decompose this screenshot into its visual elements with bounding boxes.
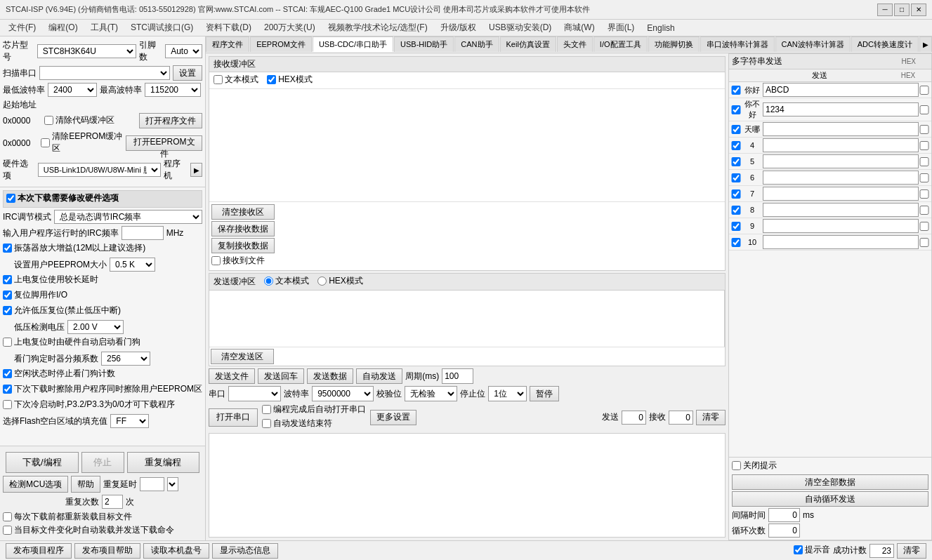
tab-usb-cdc[interactable]: USB-CDC/串口助手: [313, 36, 393, 52]
auto-load-cb-label[interactable]: 每次下载前都重新装载目标文件: [3, 511, 202, 523]
open-prog-button[interactable]: 打开程序文件: [139, 113, 202, 128]
multi-char-value-5[interactable]: [763, 171, 919, 185]
multi-char-cb-9[interactable]: [730, 238, 742, 247]
multi-char-cb-4[interactable]: [730, 157, 742, 166]
multi-char-hex-cb-4[interactable]: [919, 157, 930, 166]
multi-char-value-1[interactable]: [763, 102, 919, 116]
tab-usb-hid[interactable]: USB-HID助手: [394, 36, 454, 52]
osc-cb-label[interactable]: 振荡器放大增益(12M以上建议选择): [3, 242, 145, 254]
hex-mode-send-label[interactable]: HEX模式: [317, 275, 363, 287]
baud-rate-select[interactable]: 9500000: [312, 386, 374, 401]
close-button[interactable]: ✕: [911, 4, 926, 16]
reset-io-checkbox[interactable]: [3, 291, 12, 300]
low-v-select[interactable]: 2.00 V: [67, 320, 124, 334]
download-prog-button[interactable]: 下载/编程: [6, 452, 79, 473]
cold-boot-checkbox[interactable]: [3, 400, 12, 409]
check-mcu-button[interactable]: 检测MCU选项: [3, 476, 68, 493]
watchdog-checkbox[interactable]: [3, 338, 12, 347]
menu-prize[interactable]: 200万大奖(U): [258, 20, 321, 35]
send-file-button[interactable]: 发送文件: [209, 368, 255, 384]
menu-download[interactable]: 资料下载(D): [200, 20, 257, 35]
multi-char-cb-1[interactable]: [730, 105, 742, 114]
publish-prog-button[interactable]: 发布项目程序: [6, 543, 72, 559]
menu-program[interactable]: 编程(O): [43, 20, 83, 35]
reset-count-input[interactable]: [102, 495, 123, 509]
multi-char-value-7[interactable]: [763, 203, 919, 217]
osc-checkbox[interactable]: [3, 244, 12, 253]
menu-upgrade[interactable]: 升级/版权: [435, 20, 482, 35]
menu-tools[interactable]: 工具(T): [85, 20, 124, 35]
multi-char-value-8[interactable]: [763, 219, 919, 233]
text-mode-recv-label[interactable]: 文本模式: [214, 74, 258, 86]
clear-eeprom-cb-label[interactable]: 清除EEPROM缓冲区: [41, 131, 123, 154]
multi-char-hex-cb-3[interactable]: [919, 141, 930, 150]
tab-scroll-right[interactable]: ▶: [919, 36, 932, 52]
multi-char-hex-cb-5[interactable]: [919, 173, 930, 182]
save-recv-button[interactable]: 保存接收数据: [211, 221, 275, 236]
reset-time-input[interactable]: [140, 477, 164, 491]
hex-mode-send-radio[interactable]: [317, 276, 327, 286]
auto-send-button[interactable]: 自动发送: [356, 368, 402, 384]
power-delay-cb-label[interactable]: 上电复位使用较长延时: [3, 274, 98, 286]
multi-char-value-9[interactable]: [763, 235, 919, 249]
prog-done-open-checkbox[interactable]: [262, 405, 271, 414]
multi-char-value-0[interactable]: [763, 83, 919, 97]
text-mode-recv-checkbox[interactable]: [214, 75, 223, 84]
auto-download-cb-label[interactable]: 当目标文件变化时自动装载并发送下载命令: [3, 524, 202, 536]
min-baud-select[interactable]: 2400: [48, 83, 97, 97]
help-button[interactable]: 帮助: [71, 476, 100, 493]
multi-char-cb-3[interactable]: [730, 141, 742, 150]
tab-io-config[interactable]: I/O配置工具: [593, 36, 648, 52]
menu-english[interactable]: English: [641, 22, 680, 34]
close-prompt-label[interactable]: 关闭提示: [732, 460, 777, 472]
tab-func-switch[interactable]: 功能脚切换: [648, 36, 700, 52]
menu-video[interactable]: 视频教学/技术论坛/选型(F): [322, 20, 433, 35]
send-textarea[interactable]: [209, 291, 724, 347]
multi-char-hex-cb-1[interactable]: [919, 105, 930, 114]
low-power-checkbox[interactable]: [3, 306, 12, 315]
tab-keil[interactable]: Keil仿真设置: [500, 36, 556, 52]
clear-all-button[interactable]: 清空全部数据: [732, 474, 928, 490]
clear-recv-button[interactable]: 清空接收区: [211, 204, 275, 220]
clear-code-checkbox[interactable]: [44, 116, 53, 125]
auto-send-end-checkbox[interactable]: [262, 419, 271, 428]
text-mode-send-radio[interactable]: [264, 276, 273, 286]
read-machine-button[interactable]: 读取本机盘号: [143, 543, 209, 559]
download-clear-checkbox[interactable]: [3, 385, 12, 394]
clear-code-cb-label[interactable]: 清除代码缓冲区: [44, 114, 114, 126]
tab-header[interactable]: 头文件: [557, 36, 593, 52]
user-irc-input[interactable]: [122, 226, 164, 240]
tab-adc[interactable]: ADC转换速度计: [851, 36, 919, 52]
multi-char-cb-8[interactable]: [730, 222, 742, 231]
interval-input[interactable]: [768, 508, 800, 522]
low-power-cb-label[interactable]: 允许低压复位(禁止低压中断): [3, 305, 121, 316]
hex-mode-recv-label[interactable]: HEX模式: [267, 74, 313, 86]
hardware-select[interactable]: USB-Link1D/U8W/U8W-Mini 脱机: [38, 163, 161, 177]
period-input[interactable]: [442, 368, 473, 384]
prog-done-open-label[interactable]: 编程完成后自动打开串口: [262, 404, 366, 415]
auto-download-checkbox[interactable]: [3, 526, 12, 535]
stop-button[interactable]: 停止: [81, 452, 124, 473]
menu-interface[interactable]: 界面(L): [602, 20, 641, 35]
recv-to-file-checkbox[interactable]: [211, 256, 221, 265]
menu-shop[interactable]: 商城(W): [558, 20, 600, 35]
send-return-button[interactable]: 发送回车: [258, 368, 304, 384]
text-mode-send-label[interactable]: 文本模式: [264, 275, 309, 287]
yindao-select[interactable]: Auto: [165, 44, 202, 58]
show-dynamic-button[interactable]: 显示动态信息: [212, 543, 278, 559]
multi-char-cb-6[interactable]: [730, 189, 742, 199]
multi-char-hex-cb-8[interactable]: [919, 222, 930, 231]
maximize-button[interactable]: □: [894, 4, 910, 16]
com-port-select[interactable]: [228, 386, 281, 401]
tab-can[interactable]: CAN助手: [454, 36, 499, 52]
clear-eeprom-checkbox[interactable]: [41, 138, 50, 147]
menu-usb-driver[interactable]: USB驱动安装(D): [483, 20, 557, 35]
more-settings-button[interactable]: 更多设置: [370, 410, 416, 425]
multi-char-cb-2[interactable]: [730, 125, 742, 134]
open-port-button[interactable]: 打开串口: [209, 408, 258, 427]
settings-button[interactable]: 设置: [173, 65, 202, 81]
close-prompt-checkbox[interactable]: [732, 461, 741, 470]
multi-char-value-3[interactable]: [763, 138, 919, 152]
irc-mode-select[interactable]: 总是动态调节IRC频率: [54, 210, 203, 224]
menu-stc-debug[interactable]: STC调试接口(G): [125, 20, 199, 35]
